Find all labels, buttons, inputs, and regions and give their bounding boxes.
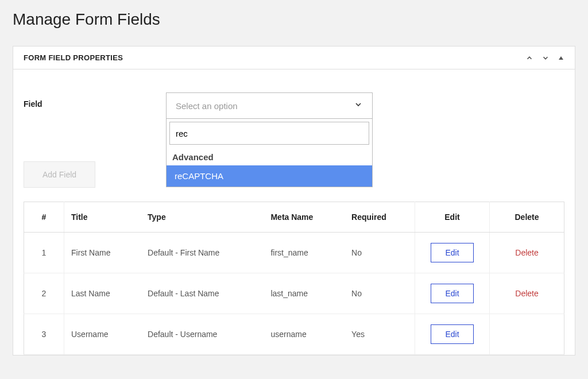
field-selector-row: Field Select an option Advanced reCAPTCH… — [24, 92, 564, 119]
panel-header: FORM FIELD PROPERTIES — [13, 47, 575, 69]
cell-edit: Edit — [415, 314, 490, 355]
col-header-title: Title — [64, 202, 141, 233]
cell-type: Default - First Name — [141, 233, 264, 273]
select-dropdown: Advanced reCAPTCHA — [166, 119, 373, 187]
cell-meta: first_name — [264, 233, 345, 273]
cell-num: 2 — [24, 273, 64, 314]
edit-button[interactable]: Edit — [431, 243, 473, 262]
delete-link[interactable]: Delete — [515, 289, 538, 298]
cell-delete — [490, 314, 564, 355]
cell-title: Last Name — [64, 273, 141, 314]
cell-type: Default - Username — [141, 314, 264, 355]
form-field-properties-panel: FORM FIELD PROPERTIES Field Select an op… — [13, 46, 575, 355]
cell-delete: Delete — [490, 273, 564, 314]
edit-button[interactable]: Edit — [431, 284, 473, 303]
col-header-edit: Edit — [415, 202, 490, 233]
cell-required: Yes — [345, 314, 415, 355]
svg-marker-0 — [559, 56, 563, 60]
cell-delete: Delete — [490, 233, 564, 273]
panel-body: Field Select an option Advanced reCAPTCH… — [13, 69, 575, 355]
cell-num: 3 — [24, 314, 64, 355]
edit-button[interactable]: Edit — [431, 324, 473, 344]
cell-edit: Edit — [415, 233, 490, 273]
cell-title: Username — [64, 314, 141, 355]
select-option-recaptcha[interactable]: reCAPTCHA — [167, 165, 372, 187]
page-title: Manage Form Fields — [0, 0, 588, 46]
cell-title: First Name — [64, 233, 141, 273]
delete-link[interactable]: Delete — [515, 248, 538, 257]
col-header-meta: Meta Name — [264, 202, 345, 233]
col-header-type: Type — [141, 202, 264, 233]
table-row: 2Last NameDefault - Last Namelast_nameNo… — [24, 273, 564, 314]
collapse-triangle-icon[interactable] — [558, 55, 564, 61]
cell-num: 1 — [24, 233, 64, 273]
col-header-required: Required — [345, 202, 415, 233]
table-header-row: # Title Type Meta Name Required Edit Del… — [24, 202, 564, 233]
panel-title: FORM FIELD PROPERTIES — [24, 53, 123, 62]
panel-header-controls — [525, 54, 564, 62]
field-label: Field — [24, 92, 166, 109]
select-group-label: Advanced — [167, 148, 372, 165]
chevron-down-icon — [354, 100, 363, 111]
col-header-num: # — [24, 202, 64, 233]
select-placeholder: Select an option — [176, 101, 238, 111]
cell-edit: Edit — [415, 273, 490, 314]
col-header-delete: Delete — [490, 202, 564, 233]
add-field-button[interactable]: Add Field — [24, 161, 95, 188]
cell-meta: last_name — [264, 273, 345, 314]
table-row: 3UsernameDefault - UsernameusernameYesEd… — [24, 314, 564, 355]
cell-required: No — [345, 273, 415, 314]
cell-required: No — [345, 233, 415, 273]
form-fields-table: # Title Type Meta Name Required Edit Del… — [24, 202, 564, 355]
cell-meta: username — [264, 314, 345, 355]
cell-type: Default - Last Name — [141, 273, 264, 314]
table-row: 1First NameDefault - First Namefirst_nam… — [24, 233, 564, 273]
chevron-down-icon[interactable] — [541, 54, 550, 62]
field-select-toggle[interactable]: Select an option — [166, 92, 373, 119]
chevron-up-icon[interactable] — [525, 54, 533, 62]
select-search-input[interactable] — [169, 122, 369, 145]
field-select: Select an option Advanced reCAPTCHA — [166, 92, 373, 119]
